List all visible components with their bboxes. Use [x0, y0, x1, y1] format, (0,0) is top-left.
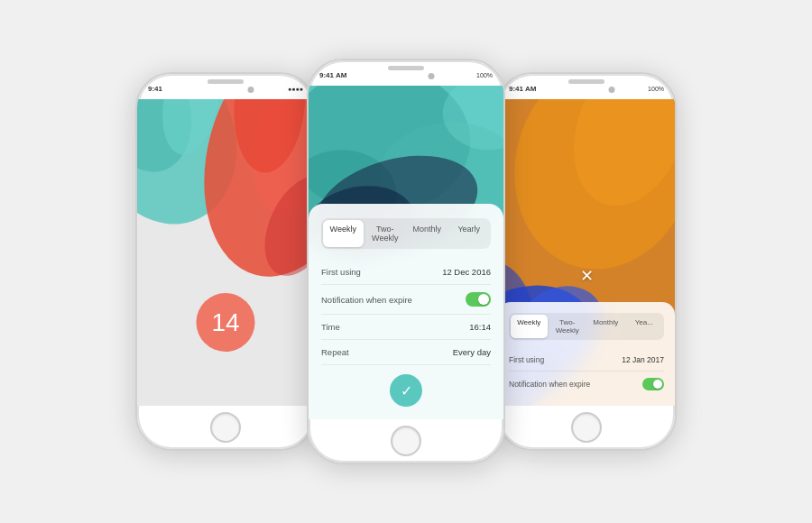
- time-center: 9:41 AM: [319, 71, 346, 79]
- status-bar-left: 9:41 ●●●●: [137, 74, 314, 99]
- phones-container: 9:41 ●●●●: [135, 59, 677, 464]
- label-notification-right: Notification when expire: [509, 380, 590, 389]
- phone-right: 9:41 AM 100%: [496, 72, 677, 451]
- modal-panel-center: Weekly Two-Weekly Monthly Yearly First u…: [309, 204, 503, 419]
- battery-left: ●●●●: [288, 86, 303, 92]
- modal-panel-right: ✕ Weekly Two-Weekly Monthly Yea... First…: [498, 302, 675, 406]
- status-bar-center: 9:41 AM 100%: [309, 60, 503, 86]
- confirm-button-center[interactable]: ✓: [321, 374, 491, 407]
- tab-group-center: Weekly Two-Weekly Monthly Yearly: [321, 218, 491, 249]
- label-first-using: First using: [321, 267, 361, 277]
- bottom-right: [498, 406, 675, 449]
- row-notification: Notification when expire: [321, 285, 491, 315]
- phone-center: 9:41 AM 100% ✕: [307, 59, 505, 464]
- row-notification-right: Notification when expire: [509, 372, 664, 397]
- row-time: Time 16:14: [321, 315, 491, 340]
- check-icon-center: ✓: [390, 374, 422, 407]
- battery-right: 100%: [648, 86, 664, 92]
- time-left: 9:41: [148, 85, 162, 93]
- value-time: 16:14: [469, 322, 491, 332]
- label-first-using-right: First using: [509, 355, 544, 364]
- home-button-center[interactable]: [391, 426, 421, 456]
- row-first-using-right: First using 12 Jan 2017: [509, 349, 664, 372]
- label-notification: Notification when expire: [321, 295, 412, 305]
- value-repeat: Every day: [453, 347, 491, 357]
- home-button-right[interactable]: [571, 412, 602, 443]
- tab-monthly-right[interactable]: Monthly: [587, 315, 624, 338]
- label-time: Time: [321, 322, 340, 332]
- toggle-knob-right: [653, 380, 662, 389]
- bottom-left: [137, 406, 314, 449]
- toggle-knob-center: [478, 294, 489, 305]
- screen-center: ✕ Weekly Two-Weekly Monthly Yearly First…: [309, 86, 503, 419]
- number-display: 14: [211, 308, 239, 337]
- tab-yearly-center[interactable]: Yearly: [449, 220, 490, 247]
- tab-yearly-right[interactable]: Yea...: [626, 315, 663, 338]
- value-first-using-right: 12 Jan 2017: [622, 355, 664, 364]
- tab-monthly-center[interactable]: Monthly: [407, 220, 448, 247]
- brushstroke-coral-svg: [137, 99, 314, 406]
- toggle-notification-right[interactable]: [642, 378, 664, 390]
- row-repeat: Repeat Every day: [321, 340, 491, 365]
- bottom-center: [309, 419, 503, 463]
- tab-twoweekly-right[interactable]: Two-Weekly: [549, 315, 586, 338]
- tab-group-right: Weekly Two-Weekly Monthly Yea...: [509, 313, 664, 340]
- battery-center: 100%: [476, 72, 493, 78]
- time-right: 9:41 AM: [509, 85, 536, 93]
- number-circle: 14: [197, 293, 255, 352]
- toggle-notification-center[interactable]: [466, 292, 491, 307]
- tab-twoweekly-center[interactable]: Two-Weekly: [365, 220, 406, 247]
- tab-weekly-right[interactable]: Weekly: [511, 315, 548, 338]
- value-first-using: 12 Dec 2016: [442, 267, 491, 277]
- phone-left: 9:41 ●●●●: [135, 72, 316, 451]
- tab-weekly-center[interactable]: Weekly: [323, 220, 364, 247]
- screen-right: ✕ ✕ Weekly Two-Weekly Monthly Yea... Fir…: [498, 99, 675, 406]
- close-x-right-inner[interactable]: ✕: [580, 266, 594, 286]
- status-bar-right: 9:41 AM 100%: [498, 74, 675, 99]
- row-first-using: First using 12 Dec 2016: [321, 260, 491, 285]
- screen-left: 14: [137, 99, 314, 406]
- home-button-left[interactable]: [210, 412, 241, 443]
- label-repeat: Repeat: [321, 347, 349, 357]
